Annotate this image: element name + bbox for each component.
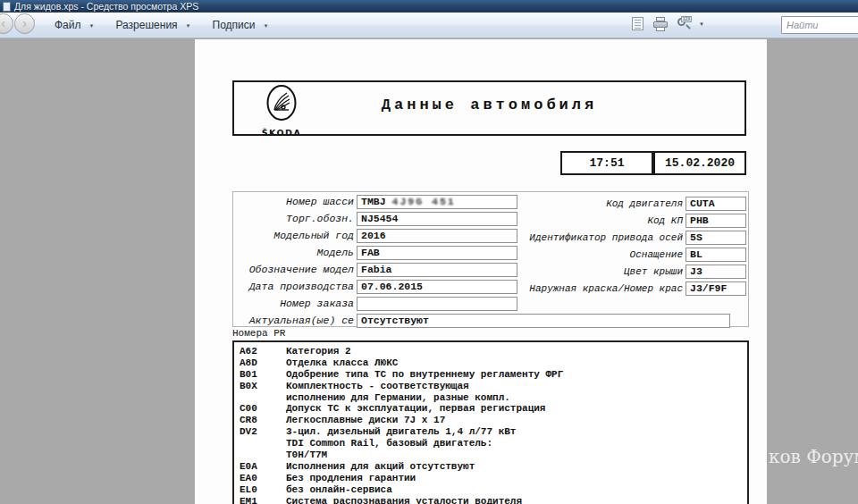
toolbar: ‹ › Файл▼Разрешения▼Подписи▼ 123 ▼ [0,13,858,38]
pr-description: Комплектность - соответствующая [286,381,469,392]
toolbar-icons: 123 ▼ [629,16,704,32]
pr-item-line: A8DОтделка класса ЛЮКС [240,357,747,369]
field-label: Модель [235,247,354,258]
pr-code: C00 [240,403,286,415]
field-row: Наружная краска/Номер красJ3/F9F [517,280,746,297]
pr-code: EA0 [240,473,286,484]
zoom-tool-button[interactable]: 123 [676,16,692,32]
document-page: ŠKODA Данные автомобиля 17:51 15.02.2020… [195,39,767,504]
field-value: NJ5454 [357,212,517,226]
pr-rows: A62Категория 2A8DОтделка класса ЛЮКСB01О… [240,346,747,504]
pr-description: Одобрение типа ТС по внутреннему регламе… [286,369,563,381]
pr-code [240,438,286,449]
outline-view-button[interactable] [629,16,645,32]
document-title: Данные автомобиля [234,97,744,113]
pr-description: Система распознавания усталости водителя [286,496,522,504]
field-label: Идентификатор привода осей [517,232,683,243]
back-button[interactable]: ‹ [0,13,13,34]
field-row: Цвет крышиJ3 [517,263,746,280]
field-row: Обозначение моделFabia [235,261,530,278]
field-value: J3/F9F [686,281,746,296]
pr-item-line: исполнению для Германии, разные компл. [240,392,747,404]
date-box: 15.02.2020 [653,151,746,175]
field-row: ОснащениеBL [517,246,746,263]
field-value: TMBJ 4J9G 451 [357,195,517,209]
dropdown-arrow-icon: ▼ [89,21,95,29]
pr-description: Легкосплавные диски 7J x 17 [286,415,445,426]
field-row: Идентификатор привода осей5S [517,229,746,246]
pr-code: B0X [240,381,286,392]
search-input[interactable] [781,16,858,34]
dropdown-arrow-icon: ▼ [264,21,269,29]
field-row: Код двигателяCUTA [517,195,746,212]
obscured-value: 4J9G 451 [392,196,456,207]
field-row: Модельный год2016 [235,227,530,244]
menu-bar: Файл▼Разрешения▼Подписи▼ [46,13,282,38]
pr-description: TDI Common Rail, базовый двигатель: [286,438,492,449]
pr-description: Без продления гарантии [286,473,416,484]
pr-description: без онлайн-сервиса [286,484,392,496]
field-label: Модельный год [235,230,354,241]
field-label: Торг.обозн. [235,213,354,224]
zoom-dropdown-arrow-icon[interactable]: ▼ [699,21,704,27]
pr-description: исполнению для Германии, разные компл. [286,392,510,404]
field-row: Дата производства07.06.2015 [235,278,530,295]
time-box: 17:51 [560,151,653,175]
titlebar[interactable]: Для жидов.xps - Средство просмотра XPS [0,0,858,13]
menu-file[interactable]: Файл▼ [46,16,102,34]
forward-arrow-icon: › [22,16,27,30]
field-row: Номер заказа [235,295,530,312]
pr-item-line: A62Категория 2 [240,346,747,357]
menu-label: Подписи [213,19,256,31]
dropdown-arrow-icon: ▼ [186,21,191,29]
pr-code: B01 [240,369,286,381]
field-label: Номер заказа [235,298,354,309]
field-label: Оснащение [517,249,683,260]
field-value: CUTA [686,197,746,211]
vehicle-data-form: Номер шассиTMBJ 4J9G 451Торг.обозн.NJ545… [232,191,749,327]
field-value: 5S [686,231,746,245]
pr-item-line: EA0Без продления гарантии [240,473,747,484]
field-label: Код двигателя [517,198,683,209]
field-row: Торг.обозн.NJ5454 [235,210,530,227]
fields-column-left: Номер шассиTMBJ 4J9G 451Торг.обозн.NJ545… [235,193,530,329]
pr-code: CR8 [240,415,286,426]
field-value: BL [686,248,746,262]
pr-description: Отделка класса ЛЮКС [286,357,398,369]
pr-item-line: CR8Легкосплавные диски 7J x 17 [240,415,747,426]
field-value: 2016 [357,229,517,243]
document-area: ŠKODA Данные автомобиля 17:51 15.02.2020… [0,38,858,504]
fields-column-right: Код двигателяCUTAКод КПPHBИдентификатор … [517,195,746,297]
menu-label: Файл [55,19,81,31]
field-row: Код КПPHB [517,212,746,229]
menu-label: Разрешения [115,19,177,31]
pr-description: Категория 2 [286,346,351,357]
pr-numbers-box: A62Категория 2A8DОтделка класса ЛЮКСB01О… [232,340,749,504]
pr-code: A62 [240,346,286,357]
pr-item-line: T0H/T7M [240,449,747,461]
field-label: Дата производства [235,281,354,292]
field-row: Номер шассиTMBJ 4J9G 451 [235,193,530,210]
pr-item-line: TDI Common Rail, базовый двигатель: [240,438,747,449]
field-label: Цвет крыши [517,266,683,277]
pr-item-line: EM1Система распознавания усталости водит… [240,496,747,504]
window-title: Для жидов.xps - Средство просмотра XPS [14,1,198,12]
pr-code: DV2 [240,426,286,438]
watermark-text: ков Форум [769,446,858,467]
forward-button[interactable]: › [14,13,35,34]
menu-permissions[interactable]: Разрешения▼ [107,16,198,34]
xps-document-icon [3,2,11,12]
field-row: Актуальная(ые) сеОтсутствуют [235,312,530,329]
pr-item-line: C00Допуск ТС к эксплуатации, первая реги… [240,403,747,415]
pr-code: E0A [240,461,286,473]
pr-item-line: B0XКомплектность - соответствующая [240,381,747,392]
field-value: 07.06.2015 [357,280,517,294]
pr-item-line: DV23-цил. дизельный двигатель 1,4 л/77 к… [240,426,747,438]
pr-description: Исполнения для акций отсутствуют [286,461,475,473]
menu-signatures[interactable]: Подписи▼ [205,16,277,34]
pr-item-line: B01Одобрение типа ТС по внутреннему регл… [240,369,747,381]
outline-view-icon [632,17,644,30]
print-button[interactable] [652,16,669,32]
pr-item-line: EL0без онлайн-сервиса [240,484,747,496]
pr-code [240,449,286,461]
